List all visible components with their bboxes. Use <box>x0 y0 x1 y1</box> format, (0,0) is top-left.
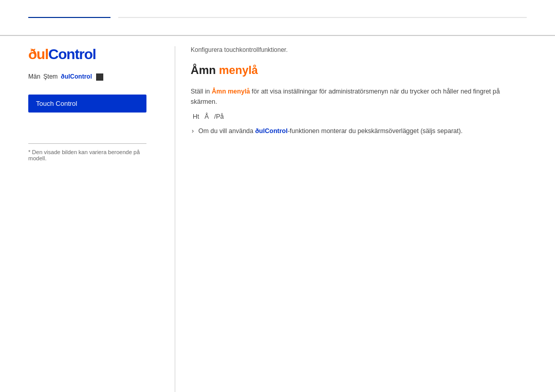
nav-item-ie[interactable] <box>95 72 107 82</box>
content-title: Åmn menylå <box>191 64 527 77</box>
footer-note: * Den visade bilden kan variera beroende… <box>28 149 146 161</box>
bullet-item-1: Om du vill använda ðulControl-funktionen… <box>191 126 527 136</box>
content-panel: Konfigurera touchkontrollfunktioner. Åmn… <box>175 46 555 392</box>
nav-item-control[interactable]: ðulControl <box>61 72 95 81</box>
content-sub: Ht Å /På <box>191 113 527 120</box>
inline-highlight-1: Åmn menylå <box>212 88 250 95</box>
main-content: ðulControl Män Ştem ðulControl Touch Con… <box>0 36 555 392</box>
bullet-list: Om du vill använda ðulControl-funktionen… <box>191 126 527 136</box>
sidebar-nav: Män Ştem ðulControl <box>28 72 146 82</box>
inline-blue-1: ðulControl <box>255 127 287 135</box>
nav-line-left <box>28 17 110 18</box>
page-container: ðulControl Män Ştem ðulControl Touch Con… <box>0 0 555 392</box>
nav-item-stem[interactable]: Ştem <box>43 72 61 81</box>
sidebar-logo: ðulControl <box>28 46 146 63</box>
sidebar-menu: Touch Control <box>28 95 146 113</box>
nav-line-right <box>118 17 527 18</box>
content-title-highlight: menylå <box>216 64 258 77</box>
menu-item-label: Touch Control <box>36 100 77 107</box>
sidebar-footer: * Den visade bilden kan variera beroende… <box>28 143 146 161</box>
menu-item-touch-control[interactable]: Touch Control <box>28 95 146 113</box>
nav-item-man[interactable]: Män <box>28 72 43 81</box>
sidebar: ðulControl Män Ştem ðulControl Touch Con… <box>0 46 175 392</box>
logo-icon: ðul <box>28 46 48 62</box>
ie-icon <box>96 73 103 81</box>
content-body-main: Ställ in Åmn menylå för att visa inställ… <box>191 86 527 107</box>
logo-text: ðulControl <box>28 46 96 62</box>
content-title-prefix: Åmn <box>191 64 216 77</box>
top-nav <box>0 0 555 36</box>
content-description: Konfigurera touchkontrollfunktioner. <box>191 46 527 53</box>
